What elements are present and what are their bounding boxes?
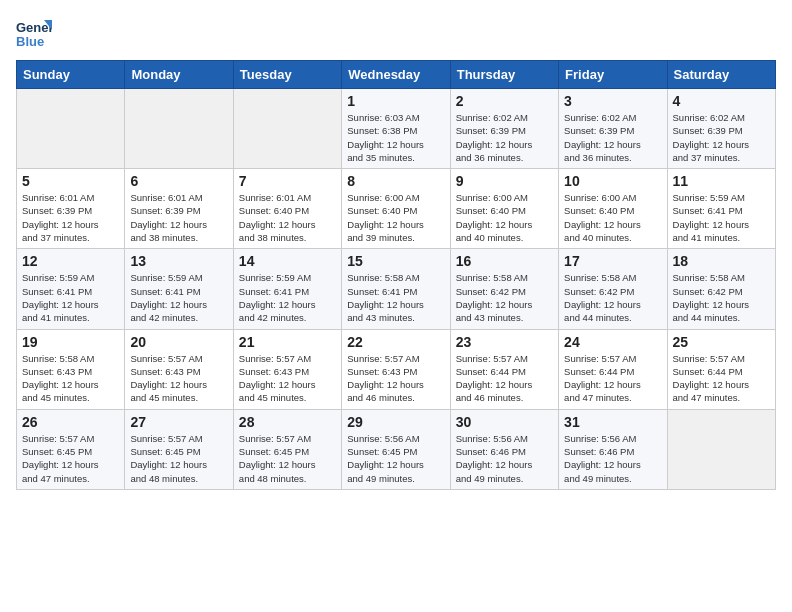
empty-day-cell: [125, 89, 233, 169]
day-number: 14: [239, 253, 336, 269]
empty-day-cell: [667, 409, 775, 489]
day-number: 26: [22, 414, 119, 430]
calendar-day-cell: 20Sunrise: 5:57 AM Sunset: 6:43 PM Dayli…: [125, 329, 233, 409]
day-number: 24: [564, 334, 661, 350]
day-number: 22: [347, 334, 444, 350]
weekday-header-cell: Sunday: [17, 61, 125, 89]
day-number: 21: [239, 334, 336, 350]
day-number: 7: [239, 173, 336, 189]
calendar-day-cell: 29Sunrise: 5:56 AM Sunset: 6:45 PM Dayli…: [342, 409, 450, 489]
day-info: Sunrise: 5:58 AM Sunset: 6:42 PM Dayligh…: [564, 271, 661, 324]
calendar-day-cell: 21Sunrise: 5:57 AM Sunset: 6:43 PM Dayli…: [233, 329, 341, 409]
weekday-header-row: SundayMondayTuesdayWednesdayThursdayFrid…: [17, 61, 776, 89]
day-number: 31: [564, 414, 661, 430]
day-number: 30: [456, 414, 553, 430]
calendar-day-cell: 2Sunrise: 6:02 AM Sunset: 6:39 PM Daylig…: [450, 89, 558, 169]
weekday-header-cell: Monday: [125, 61, 233, 89]
day-number: 3: [564, 93, 661, 109]
calendar-day-cell: 9Sunrise: 6:00 AM Sunset: 6:40 PM Daylig…: [450, 169, 558, 249]
calendar-day-cell: 13Sunrise: 5:59 AM Sunset: 6:41 PM Dayli…: [125, 249, 233, 329]
day-info: Sunrise: 6:02 AM Sunset: 6:39 PM Dayligh…: [456, 111, 553, 164]
calendar-day-cell: 12Sunrise: 5:59 AM Sunset: 6:41 PM Dayli…: [17, 249, 125, 329]
header: General Blue: [16, 16, 776, 52]
day-info: Sunrise: 5:59 AM Sunset: 6:41 PM Dayligh…: [239, 271, 336, 324]
empty-day-cell: [17, 89, 125, 169]
day-info: Sunrise: 5:57 AM Sunset: 6:45 PM Dayligh…: [130, 432, 227, 485]
weekday-header-cell: Saturday: [667, 61, 775, 89]
day-info: Sunrise: 6:01 AM Sunset: 6:40 PM Dayligh…: [239, 191, 336, 244]
calendar-day-cell: 24Sunrise: 5:57 AM Sunset: 6:44 PM Dayli…: [559, 329, 667, 409]
calendar-week-row: 5Sunrise: 6:01 AM Sunset: 6:39 PM Daylig…: [17, 169, 776, 249]
empty-day-cell: [233, 89, 341, 169]
day-number: 18: [673, 253, 770, 269]
calendar-day-cell: 1Sunrise: 6:03 AM Sunset: 6:38 PM Daylig…: [342, 89, 450, 169]
day-info: Sunrise: 6:02 AM Sunset: 6:39 PM Dayligh…: [564, 111, 661, 164]
day-number: 28: [239, 414, 336, 430]
day-number: 17: [564, 253, 661, 269]
day-info: Sunrise: 5:58 AM Sunset: 6:42 PM Dayligh…: [673, 271, 770, 324]
logo: General Blue: [16, 16, 52, 52]
day-info: Sunrise: 6:02 AM Sunset: 6:39 PM Dayligh…: [673, 111, 770, 164]
calendar-day-cell: 17Sunrise: 5:58 AM Sunset: 6:42 PM Dayli…: [559, 249, 667, 329]
calendar-table: SundayMondayTuesdayWednesdayThursdayFrid…: [16, 60, 776, 490]
day-number: 19: [22, 334, 119, 350]
calendar-day-cell: 7Sunrise: 6:01 AM Sunset: 6:40 PM Daylig…: [233, 169, 341, 249]
calendar-day-cell: 8Sunrise: 6:00 AM Sunset: 6:40 PM Daylig…: [342, 169, 450, 249]
day-info: Sunrise: 5:59 AM Sunset: 6:41 PM Dayligh…: [22, 271, 119, 324]
calendar-week-row: 26Sunrise: 5:57 AM Sunset: 6:45 PM Dayli…: [17, 409, 776, 489]
weekday-header-cell: Wednesday: [342, 61, 450, 89]
weekday-header-cell: Tuesday: [233, 61, 341, 89]
day-number: 10: [564, 173, 661, 189]
day-number: 6: [130, 173, 227, 189]
day-info: Sunrise: 5:58 AM Sunset: 6:42 PM Dayligh…: [456, 271, 553, 324]
day-info: Sunrise: 5:56 AM Sunset: 6:45 PM Dayligh…: [347, 432, 444, 485]
day-info: Sunrise: 5:57 AM Sunset: 6:43 PM Dayligh…: [239, 352, 336, 405]
day-number: 23: [456, 334, 553, 350]
day-info: Sunrise: 5:59 AM Sunset: 6:41 PM Dayligh…: [673, 191, 770, 244]
day-info: Sunrise: 5:56 AM Sunset: 6:46 PM Dayligh…: [456, 432, 553, 485]
day-number: 25: [673, 334, 770, 350]
day-number: 5: [22, 173, 119, 189]
calendar-day-cell: 5Sunrise: 6:01 AM Sunset: 6:39 PM Daylig…: [17, 169, 125, 249]
day-info: Sunrise: 5:57 AM Sunset: 6:43 PM Dayligh…: [130, 352, 227, 405]
day-info: Sunrise: 5:57 AM Sunset: 6:44 PM Dayligh…: [673, 352, 770, 405]
svg-text:Blue: Blue: [16, 34, 44, 49]
calendar-day-cell: 27Sunrise: 5:57 AM Sunset: 6:45 PM Dayli…: [125, 409, 233, 489]
calendar-day-cell: 22Sunrise: 5:57 AM Sunset: 6:43 PM Dayli…: [342, 329, 450, 409]
day-number: 29: [347, 414, 444, 430]
calendar-day-cell: 30Sunrise: 5:56 AM Sunset: 6:46 PM Dayli…: [450, 409, 558, 489]
day-info: Sunrise: 6:03 AM Sunset: 6:38 PM Dayligh…: [347, 111, 444, 164]
calendar-week-row: 12Sunrise: 5:59 AM Sunset: 6:41 PM Dayli…: [17, 249, 776, 329]
calendar-day-cell: 26Sunrise: 5:57 AM Sunset: 6:45 PM Dayli…: [17, 409, 125, 489]
day-info: Sunrise: 6:01 AM Sunset: 6:39 PM Dayligh…: [130, 191, 227, 244]
day-info: Sunrise: 6:00 AM Sunset: 6:40 PM Dayligh…: [564, 191, 661, 244]
day-number: 15: [347, 253, 444, 269]
calendar-day-cell: 31Sunrise: 5:56 AM Sunset: 6:46 PM Dayli…: [559, 409, 667, 489]
calendar-day-cell: 15Sunrise: 5:58 AM Sunset: 6:41 PM Dayli…: [342, 249, 450, 329]
calendar-day-cell: 18Sunrise: 5:58 AM Sunset: 6:42 PM Dayli…: [667, 249, 775, 329]
calendar-day-cell: 28Sunrise: 5:57 AM Sunset: 6:45 PM Dayli…: [233, 409, 341, 489]
day-info: Sunrise: 5:57 AM Sunset: 6:44 PM Dayligh…: [564, 352, 661, 405]
day-info: Sunrise: 5:57 AM Sunset: 6:45 PM Dayligh…: [22, 432, 119, 485]
day-info: Sunrise: 5:58 AM Sunset: 6:41 PM Dayligh…: [347, 271, 444, 324]
logo-container: General Blue: [16, 16, 52, 52]
day-number: 11: [673, 173, 770, 189]
calendar-week-row: 19Sunrise: 5:58 AM Sunset: 6:43 PM Dayli…: [17, 329, 776, 409]
day-number: 12: [22, 253, 119, 269]
calendar-day-cell: 10Sunrise: 6:00 AM Sunset: 6:40 PM Dayli…: [559, 169, 667, 249]
weekday-header-cell: Friday: [559, 61, 667, 89]
calendar-day-cell: 16Sunrise: 5:58 AM Sunset: 6:42 PM Dayli…: [450, 249, 558, 329]
day-number: 20: [130, 334, 227, 350]
day-info: Sunrise: 6:00 AM Sunset: 6:40 PM Dayligh…: [347, 191, 444, 244]
day-number: 2: [456, 93, 553, 109]
calendar-day-cell: 6Sunrise: 6:01 AM Sunset: 6:39 PM Daylig…: [125, 169, 233, 249]
day-info: Sunrise: 5:56 AM Sunset: 6:46 PM Dayligh…: [564, 432, 661, 485]
calendar-day-cell: 14Sunrise: 5:59 AM Sunset: 6:41 PM Dayli…: [233, 249, 341, 329]
calendar-week-row: 1Sunrise: 6:03 AM Sunset: 6:38 PM Daylig…: [17, 89, 776, 169]
logo-bird-icon: General Blue: [16, 16, 52, 52]
day-info: Sunrise: 6:01 AM Sunset: 6:39 PM Dayligh…: [22, 191, 119, 244]
day-number: 1: [347, 93, 444, 109]
day-number: 4: [673, 93, 770, 109]
weekday-header-cell: Thursday: [450, 61, 558, 89]
day-info: Sunrise: 5:57 AM Sunset: 6:45 PM Dayligh…: [239, 432, 336, 485]
